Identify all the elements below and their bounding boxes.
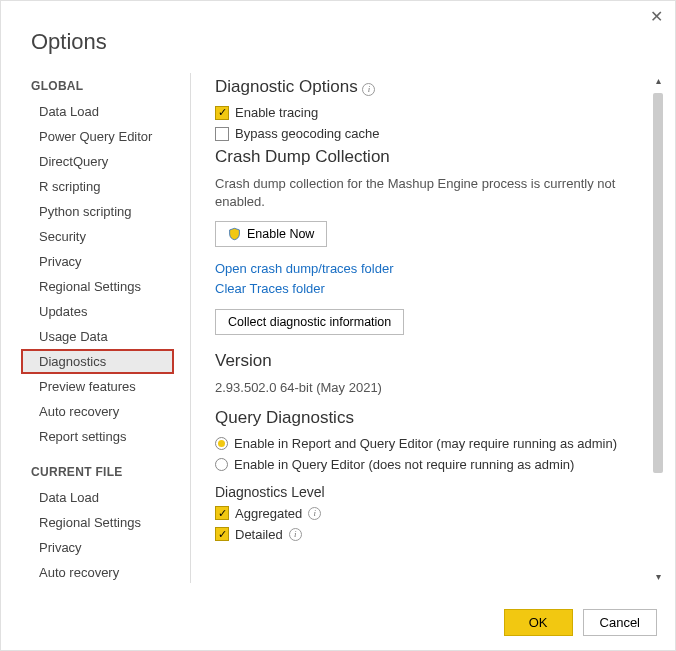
query-diag-radio1-label: Enable in Report and Query Editor (may r… — [234, 436, 617, 451]
sidebar-item-data-load[interactable]: Data Load — [21, 99, 186, 124]
info-icon[interactable]: i — [289, 528, 302, 541]
info-icon[interactable]: i — [308, 507, 321, 520]
content-scrollbar[interactable]: ▴ ▾ — [651, 73, 665, 583]
sidebar-item-cf-auto-recovery[interactable]: Auto recovery — [21, 560, 186, 585]
sidebar-item-regional-settings[interactable]: Regional Settings — [21, 274, 186, 299]
clear-traces-link[interactable]: Clear Traces folder — [215, 281, 643, 296]
sidebar-item-python-scripting[interactable]: Python scripting — [21, 199, 186, 224]
diagnostic-options-label: Diagnostic Options — [215, 77, 358, 96]
enable-now-label: Enable Now — [247, 227, 314, 241]
dialog-footer: OK Cancel — [504, 609, 657, 636]
collect-diagnostic-label: Collect diagnostic information — [228, 315, 391, 329]
sidebar-item-privacy[interactable]: Privacy — [21, 249, 186, 274]
version-value: 2.93.502.0 64-bit (May 2021) — [215, 379, 643, 397]
version-header: Version — [215, 351, 643, 371]
sidebar-item-r-scripting[interactable]: R scripting — [21, 174, 186, 199]
cancel-button[interactable]: Cancel — [583, 609, 657, 636]
ok-button[interactable]: OK — [504, 609, 573, 636]
aggregated-checkbox[interactable]: ✓ — [215, 506, 229, 520]
open-crash-folder-link[interactable]: Open crash dump/traces folder — [215, 261, 643, 276]
bypass-geocoding-label: Bypass geocoding cache — [235, 126, 380, 141]
detailed-label: Detailed — [235, 527, 283, 542]
sidebar-item-updates[interactable]: Updates — [21, 299, 186, 324]
dialog-title: Options — [1, 1, 675, 73]
sidebar-item-report-settings[interactable]: Report settings — [21, 424, 186, 449]
scroll-up-icon[interactable]: ▴ — [651, 73, 665, 87]
query-diag-radio2-label: Enable in Query Editor (does not require… — [234, 457, 574, 472]
info-icon[interactable]: i — [362, 83, 375, 96]
content-panel: Diagnostic Options i ✓ Enable tracing By… — [191, 73, 665, 583]
enable-now-button[interactable]: Enable Now — [215, 221, 327, 247]
crash-dump-description: Crash dump collection for the Mashup Eng… — [215, 175, 643, 211]
sidebar-item-diagnostics[interactable]: Diagnostics — [21, 349, 174, 374]
query-diag-radio-report-and-query[interactable] — [215, 437, 228, 450]
sidebar-header-global: GLOBAL — [21, 73, 186, 99]
sidebar-item-directquery[interactable]: DirectQuery — [21, 149, 186, 174]
detailed-checkbox[interactable]: ✓ — [215, 527, 229, 541]
sidebar-item-cf-data-load[interactable]: Data Load — [21, 485, 186, 510]
sidebar-item-power-query-editor[interactable]: Power Query Editor — [21, 124, 186, 149]
sidebar-header-current-file: CURRENT FILE — [21, 459, 186, 485]
enable-tracing-label: Enable tracing — [235, 105, 318, 120]
sidebar-item-preview-features[interactable]: Preview features — [21, 374, 186, 399]
scroll-down-icon[interactable]: ▾ — [651, 569, 665, 583]
query-diagnostics-header: Query Diagnostics — [215, 408, 643, 428]
crash-dump-header: Crash Dump Collection — [215, 147, 643, 167]
sidebar: GLOBAL Data Load Power Query Editor Dire… — [21, 73, 191, 583]
sidebar-item-cf-regional-settings[interactable]: Regional Settings — [21, 510, 186, 535]
diagnostic-options-header: Diagnostic Options i — [215, 77, 643, 97]
shield-icon — [228, 227, 241, 241]
close-icon[interactable]: ✕ — [650, 9, 663, 25]
query-diag-radio-query-only[interactable] — [215, 458, 228, 471]
sidebar-item-usage-data[interactable]: Usage Data — [21, 324, 186, 349]
bypass-geocoding-checkbox[interactable] — [215, 127, 229, 141]
sidebar-item-cf-privacy[interactable]: Privacy — [21, 535, 186, 560]
sidebar-item-auto-recovery[interactable]: Auto recovery — [21, 399, 186, 424]
enable-tracing-checkbox[interactable]: ✓ — [215, 106, 229, 120]
collect-diagnostic-button[interactable]: Collect diagnostic information — [215, 309, 404, 335]
diagnostics-level-header: Diagnostics Level — [215, 484, 643, 500]
scroll-thumb[interactable] — [653, 93, 663, 473]
aggregated-label: Aggregated — [235, 506, 302, 521]
sidebar-item-security[interactable]: Security — [21, 224, 186, 249]
